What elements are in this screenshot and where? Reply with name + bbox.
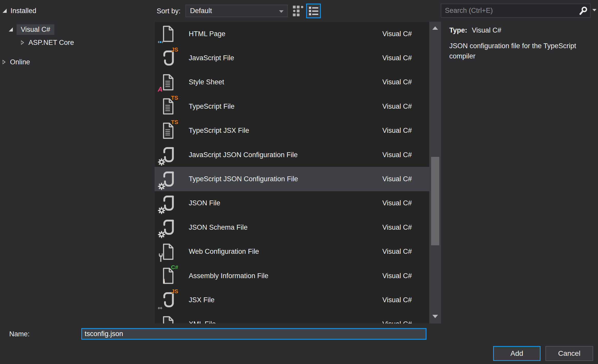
- name-input[interactable]: [81, 328, 426, 340]
- item-language: Visual C#: [382, 127, 412, 135]
- down-arrow-icon: [432, 315, 438, 318]
- sort-dropdown-value: Default: [190, 7, 212, 15]
- list-item[interactable]: JS JavaScript File Visual C#: [155, 46, 441, 70]
- item-name: Style Sheet: [189, 78, 224, 86]
- list-item[interactable]: C#i Assembly Information File Visual C#: [155, 264, 441, 288]
- sidebar-item-aspnet-core[interactable]: ASP.NET Core: [21, 37, 74, 48]
- item-name: JavaScript File: [189, 54, 234, 62]
- item-name: JSX File: [189, 296, 215, 304]
- tiles-view-button[interactable]: [291, 4, 305, 17]
- sidebar-item-label: Visual C#: [17, 24, 54, 35]
- style-sheet-icon: A: [160, 72, 176, 93]
- xml-file-icon: [160, 314, 176, 323]
- sort-by-label: Sort by:: [157, 7, 181, 15]
- item-name: TypeScript File: [189, 103, 235, 110]
- type-description: JSON configuration file for the TypeScri…: [449, 41, 598, 61]
- add-button[interactable]: Add: [493, 346, 541, 361]
- item-language: Visual C#: [382, 103, 412, 110]
- chevron-down-icon: [279, 10, 284, 13]
- list-item[interactable]: JavaScript JSON Configuration File Visua…: [155, 143, 441, 167]
- item-language: Visual C#: [382, 248, 412, 256]
- list-view-button[interactable]: [306, 4, 321, 18]
- item-name: JavaScript JSON Configuration File: [189, 151, 298, 159]
- sidebar-item-label: ASP.NET Core: [28, 39, 74, 47]
- list-item[interactable]: ‹●› HTML Page Visual C#: [155, 22, 441, 46]
- sidebar-item-online[interactable]: Online: [3, 56, 30, 68]
- list-item[interactable]: JSON File Visual C#: [155, 191, 441, 215]
- typescript-file-icon: TS: [160, 96, 176, 117]
- add-new-item-dialog: { "colors": { "accent": "#1c97ea", "wind…: [0, 0, 598, 364]
- item-language: Visual C#: [382, 151, 412, 159]
- list-item[interactable]: TypeScript JSON Configuration File Visua…: [155, 167, 441, 191]
- web-config-file-icon: [160, 241, 176, 262]
- list-item[interactable]: A Style Sheet Visual C#: [155, 70, 441, 94]
- item-language: Visual C#: [382, 296, 412, 304]
- collapsed-triangle-icon: [3, 60, 6, 64]
- scroll-down-button[interactable]: [429, 312, 441, 321]
- scroll-thumb[interactable]: [431, 157, 439, 245]
- jsx-file-icon: JS‹▪›: [160, 290, 176, 310]
- item-language: Visual C#: [382, 54, 412, 62]
- typescript-jsx-file-icon: TS: [160, 120, 176, 141]
- sidebar-item-label: Online: [10, 58, 30, 66]
- cancel-button[interactable]: Cancel: [545, 346, 593, 361]
- list-item[interactable]: Web Configuration File Visual C#: [155, 240, 441, 264]
- sidebar-item-installed[interactable]: Installed: [3, 5, 36, 16]
- list-item[interactable]: XML File Visual C#: [155, 312, 441, 323]
- list-item[interactable]: JS‹▪› JSX File Visual C#: [155, 288, 441, 312]
- type-value: Visual C#: [472, 26, 501, 34]
- tiles-icon: [292, 5, 304, 17]
- search-input[interactable]: [441, 4, 590, 17]
- template-rows: ‹●› HTML Page Visual C# JS JavaScript Fi…: [155, 22, 441, 323]
- sidebar-item-label: Installed: [11, 7, 36, 15]
- search-options-chevron-icon[interactable]: [592, 9, 596, 11]
- scrollbar[interactable]: [429, 22, 441, 323]
- type-label: Type:: [449, 26, 467, 34]
- expanded-triangle-icon: [9, 27, 13, 32]
- item-language: Visual C#: [382, 175, 412, 183]
- list-item[interactable]: JSON Schema File Visual C#: [155, 215, 441, 239]
- list-view-icon: [308, 6, 319, 16]
- item-name: JSON File: [189, 199, 220, 207]
- item-name: Assembly Information File: [189, 272, 268, 280]
- item-language: Visual C#: [382, 224, 412, 231]
- item-name: JSON Schema File: [189, 224, 248, 231]
- item-language: Visual C#: [382, 30, 412, 38]
- item-language: Visual C#: [382, 272, 412, 280]
- html-page-icon: ‹●›: [160, 24, 176, 44]
- javascript-file-icon: JS: [160, 48, 176, 68]
- item-name: TypeScript JSX File: [189, 127, 249, 135]
- item-language: Visual C#: [382, 199, 412, 207]
- sort-dropdown[interactable]: Default: [185, 5, 288, 17]
- assembly-info-file-icon: C#i: [160, 266, 176, 286]
- item-name: Web Configuration File: [189, 248, 259, 256]
- name-label: Name:: [9, 330, 30, 338]
- expanded-triangle-icon: [3, 9, 7, 13]
- item-name: TypeScript JSON Configuration File: [189, 175, 298, 183]
- json-schema-file-icon: [160, 217, 176, 238]
- sidebar-item-visual-csharp[interactable]: Visual C#: [9, 24, 54, 35]
- item-name: XML File: [189, 320, 216, 323]
- scroll-up-button[interactable]: [429, 23, 441, 33]
- list-item[interactable]: TS TypeScript JSX File Visual C#: [155, 119, 441, 143]
- list-item[interactable]: TS TypeScript File Visual C#: [155, 94, 441, 118]
- item-language: Visual C#: [382, 320, 412, 323]
- collapsed-triangle-icon: [21, 40, 25, 45]
- typescript-json-config-icon: [160, 169, 176, 189]
- javascript-json-config-icon: [160, 145, 176, 165]
- json-file-icon: [160, 193, 176, 214]
- up-arrow-icon: [432, 26, 438, 30]
- search-box: [441, 4, 591, 18]
- item-name: HTML Page: [189, 30, 225, 38]
- template-list: ‹●› HTML Page Visual C# JS JavaScript Fi…: [155, 22, 441, 323]
- item-language: Visual C#: [382, 78, 412, 86]
- search-icon: [579, 6, 588, 15]
